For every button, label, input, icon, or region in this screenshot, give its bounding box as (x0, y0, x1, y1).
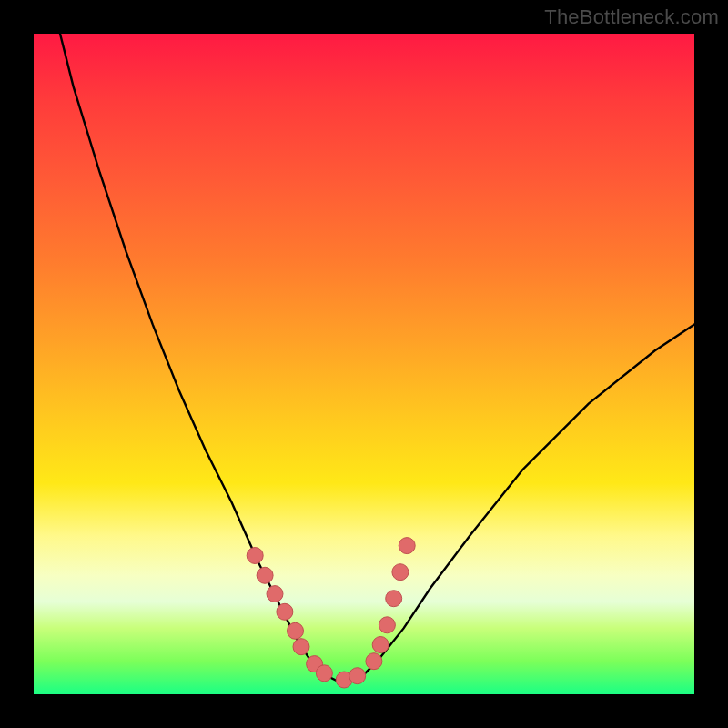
marker-dot (366, 653, 382, 670)
marker-dot (277, 603, 293, 620)
marker-dot (247, 548, 263, 564)
curve-layer (34, 34, 694, 694)
marker-dot (257, 567, 273, 583)
chart-frame: TheBottleneck.com (0, 0, 728, 728)
plot-area (34, 34, 694, 694)
marker-dot (288, 622, 304, 639)
marker-dot (386, 591, 402, 607)
marker-dot (267, 586, 283, 602)
watermark-text: TheBottleneck.com (544, 5, 719, 29)
marker-dot (349, 668, 366, 684)
marker-dot (316, 665, 332, 682)
marker-dot (392, 564, 409, 581)
marker-dot (372, 637, 389, 653)
v-curve-line (60, 34, 694, 682)
marker-dot (379, 617, 395, 633)
marker-dot (293, 639, 309, 655)
highlight-markers (247, 538, 415, 688)
marker-dot (399, 538, 415, 554)
